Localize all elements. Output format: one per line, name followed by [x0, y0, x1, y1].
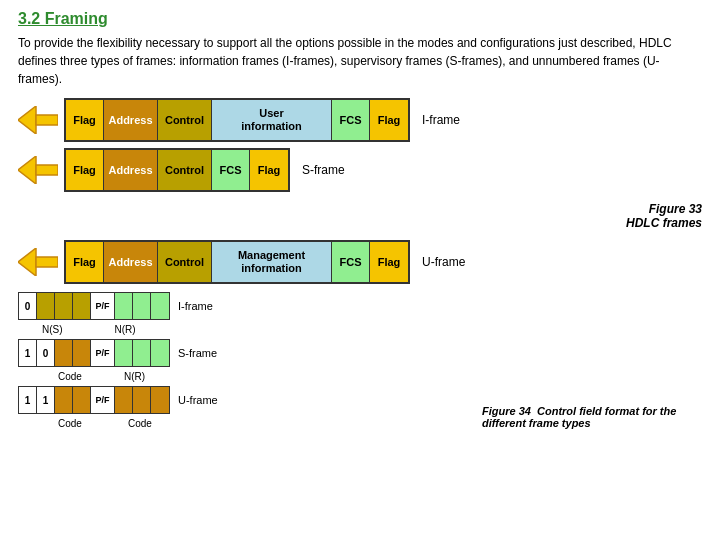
figure33-caption: Figure 33 HDLC frames	[18, 202, 702, 230]
s-frame-row: Flag Address Control FCS Flag S-frame	[18, 148, 702, 192]
sframe-ctrl-group: 1 0 P/F S-frame Code N(R)	[18, 339, 472, 382]
s-flag1: Flag	[66, 150, 104, 190]
uframe-pf: P/F	[91, 387, 115, 413]
s-flag2: Flag	[250, 150, 288, 190]
iframe-nr1	[115, 293, 133, 319]
i-user-info: Userinformation	[212, 100, 332, 140]
sframe-nr2	[133, 340, 151, 366]
u-mgmt-info: Managementinformation	[212, 242, 332, 282]
svg-rect-5	[36, 257, 58, 267]
i-frame-boxes: Flag Address Control Userinformation FCS…	[64, 98, 410, 142]
iframe-nr2	[133, 293, 151, 319]
i-fcs: FCS	[332, 100, 370, 140]
i-frame-arrow	[18, 106, 58, 134]
u-fcs: FCS	[332, 242, 370, 282]
sframe-nr3	[151, 340, 169, 366]
control-section: 0 P/F I-frame N(S) N(R)	[18, 292, 702, 429]
s-frame-arrow	[18, 156, 58, 184]
i-flag2: Flag	[370, 100, 408, 140]
uframe-ctrl-row: 1 1 P/F U-frame	[18, 386, 472, 414]
sframe-ctrl-row: 1 0 P/F S-frame	[18, 339, 472, 367]
iframe-ns2	[55, 293, 73, 319]
i-frame-label: I-frame	[422, 113, 460, 127]
uframe-code4	[133, 387, 151, 413]
s-address: Address	[104, 150, 158, 190]
i-control: Control	[158, 100, 212, 140]
sframe-0: 0	[37, 340, 55, 366]
figure34-label: Figure 34	[482, 405, 531, 417]
sframe-sublabels: Code N(R)	[20, 371, 472, 382]
svg-marker-0	[18, 106, 36, 134]
svg-marker-4	[18, 248, 36, 276]
uframe-ctrl-group: 1 1 P/F U-frame Code Code	[18, 386, 472, 429]
iframe-0: 0	[19, 293, 37, 319]
iframe-ctrl-row: 0 P/F I-frame	[18, 292, 472, 320]
u-flag2: Flag	[370, 242, 408, 282]
sframe-nr1	[115, 340, 133, 366]
uframe-ctrl-boxes: 1 1 P/F	[18, 386, 170, 414]
s-fcs: FCS	[212, 150, 250, 190]
figure33-text: HDLC frames	[626, 216, 702, 230]
sframe-pf: P/F	[91, 340, 115, 366]
iframe-ns3	[73, 293, 91, 319]
sframe-code1	[55, 340, 73, 366]
s-control: Control	[158, 150, 212, 190]
uframe-ctrl-label: U-frame	[178, 394, 218, 406]
svg-rect-1	[36, 115, 58, 125]
sframe-ctrl-label: S-frame	[178, 347, 217, 359]
uframe-sublabels: Code Code	[20, 418, 472, 429]
iframe-pf: P/F	[91, 293, 115, 319]
intro-paragraph: To provide the flexibility necessary to …	[18, 34, 702, 88]
figure33-label: Figure 33	[649, 202, 702, 216]
figure34-caption: Figure 34 Control field format for the d…	[482, 405, 702, 429]
uframe-code3	[115, 387, 133, 413]
iframe-ns-label: N(S)	[42, 324, 63, 335]
sframe-ctrl-boxes: 1 0 P/F	[18, 339, 170, 367]
uframe-code5	[151, 387, 169, 413]
u-address: Address	[104, 242, 158, 282]
sframe-nr-label: N(R)	[124, 371, 145, 382]
uframe-code-label2: Code	[128, 418, 152, 429]
iframe-ns1	[37, 293, 55, 319]
i-flag1: Flag	[66, 100, 104, 140]
page: 3.2 Framing To provide the flexibility n…	[0, 0, 720, 439]
sframe-code2	[73, 340, 91, 366]
uframe-1a: 1	[19, 387, 37, 413]
s-frame-label: S-frame	[302, 163, 345, 177]
iframe-nr-label: N(R)	[115, 324, 136, 335]
iframe-sublabels: N(S) N(R)	[20, 324, 472, 335]
svg-marker-2	[18, 156, 36, 184]
i-address: Address	[104, 100, 158, 140]
uframe-code2	[73, 387, 91, 413]
u-frame-arrow	[18, 248, 58, 276]
iframe-nr3	[151, 293, 169, 319]
u-frame-boxes: Flag Address Control Managementinformati…	[64, 240, 410, 284]
uframe-1b: 1	[37, 387, 55, 413]
iframe-ctrl-group: 0 P/F I-frame N(S) N(R)	[18, 292, 472, 335]
svg-rect-3	[36, 165, 58, 175]
i-frame-row: Flag Address Control Userinformation FCS…	[18, 98, 702, 142]
iframe-ctrl-label: I-frame	[178, 300, 213, 312]
uframe-code-label1: Code	[58, 418, 82, 429]
u-flag1: Flag	[66, 242, 104, 282]
figure34-area: Figure 34 Control field format for the d…	[482, 292, 702, 429]
sframe-code-label: Code	[58, 371, 82, 382]
u-control: Control	[158, 242, 212, 282]
frame-diagrams: Flag Address Control Userinformation FCS…	[18, 98, 702, 284]
sframe-1: 1	[19, 340, 37, 366]
s-frame-boxes: Flag Address Control FCS Flag	[64, 148, 290, 192]
section-heading: 3.2 Framing	[18, 10, 702, 28]
control-diagrams: 0 P/F I-frame N(S) N(R)	[18, 292, 472, 429]
iframe-ctrl-boxes: 0 P/F	[18, 292, 170, 320]
u-frame-label: U-frame	[422, 255, 465, 269]
u-frame-row: Flag Address Control Managementinformati…	[18, 240, 702, 284]
uframe-code1	[55, 387, 73, 413]
